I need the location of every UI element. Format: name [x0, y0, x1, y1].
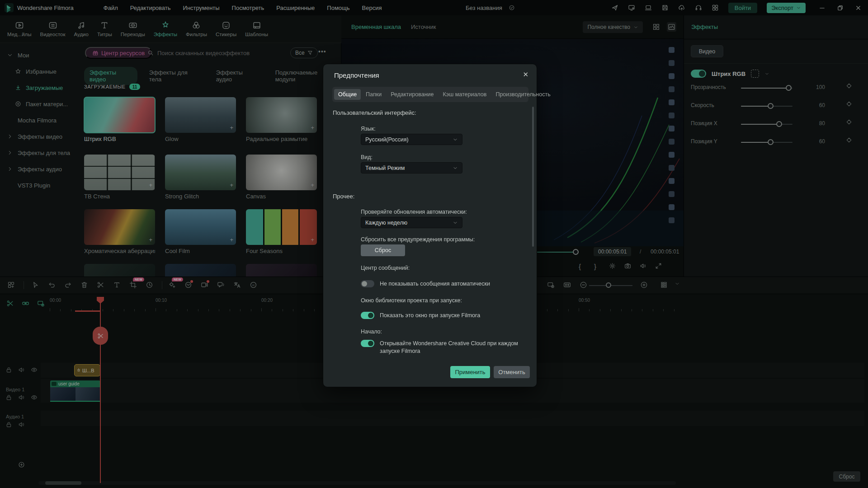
preferences-dialog: Предпочтения ✕ ОбщиеПапкиРедактированиеК…	[323, 64, 537, 387]
library-toggle-label: Показать это окно при запуске Filmora	[380, 312, 480, 319]
dialog-title: Предпочтения	[334, 71, 379, 79]
view-value: Темный Режим	[365, 165, 405, 171]
view-select[interactable]: Темный Режим	[361, 162, 462, 174]
other-section-label: Прочее:	[333, 193, 354, 200]
start-toggle-label: Открывайте Wondershare Creative Cloud пр…	[380, 340, 529, 355]
cancel-button[interactable]: Отменить	[494, 366, 530, 378]
reset-warnings-label: Сбросить все предупреждения программы:	[361, 236, 475, 243]
dialog-tabs: ОбщиеПапкиРедактированиеКэш материаловПр…	[332, 87, 528, 102]
view-label: Вид:	[361, 154, 373, 160]
apply-button[interactable]: Применить	[450, 366, 490, 378]
updates-value: Каждую неделю	[365, 220, 407, 226]
dialog-close-button[interactable]: ✕	[523, 70, 528, 79]
dialog-tab[interactable]: Редактирование	[387, 89, 438, 100]
dialog-tab[interactable]: Кэш материалов	[439, 89, 491, 100]
reset-warnings-button[interactable]: Сброс	[361, 244, 405, 256]
library-toggle[interactable]	[361, 312, 374, 319]
messages-toggle-row: Не показывать сообщения автоматически	[361, 280, 490, 288]
start-section-label: Начало:	[361, 328, 382, 335]
dialog-tab[interactable]: Папки	[362, 89, 386, 100]
updates-select[interactable]: Каждую неделю	[361, 217, 462, 228]
language-value: Русский(Россия)	[365, 136, 409, 143]
chevron-down-icon	[453, 137, 458, 142]
library-toggle-row: Показать это окно при запуске Filmora	[361, 312, 480, 319]
language-select[interactable]: Русский(Россия)	[361, 134, 462, 145]
dialog-scrollbar[interactable]	[532, 107, 534, 247]
messages-toggle[interactable]	[361, 280, 374, 287]
message-center-label: Центр сообщений:	[361, 265, 410, 271]
language-label: Язык:	[361, 126, 376, 132]
chevron-down-icon	[453, 165, 458, 171]
chevron-down-icon	[453, 220, 458, 225]
library-label: Окно библиотеки проекта при запуске:	[361, 297, 462, 304]
start-toggle[interactable]	[361, 340, 374, 347]
dialog-tab[interactable]: Общие	[334, 89, 361, 100]
dialog-tab[interactable]: Производительность	[491, 89, 554, 100]
start-toggle-row: Открывайте Wondershare Creative Cloud пр…	[361, 340, 529, 355]
updates-label: Проверяйте обновления автоматически:	[361, 209, 467, 215]
ui-section-label: Пользовательский интерфейс:	[333, 109, 416, 116]
messages-toggle-label: Не показывать сообщения автоматически	[380, 280, 490, 288]
